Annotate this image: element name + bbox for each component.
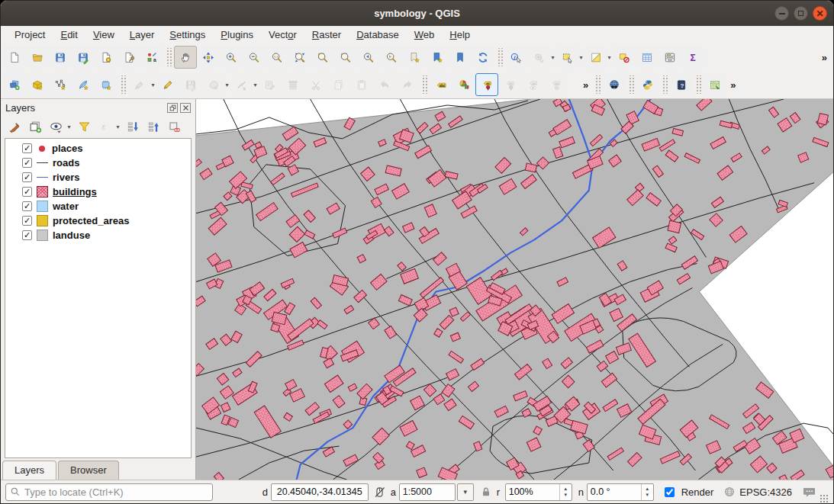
- layer-item-protected_areas[interactable]: ✓protected_areas: [5, 213, 191, 228]
- select-by-form-button[interactable]: [584, 46, 607, 69]
- scale-lock-button[interactable]: [480, 486, 492, 498]
- deselect-features-button[interactable]: [613, 46, 636, 69]
- manage-map-themes-dropdown-arrow[interactable]: ▾: [66, 124, 72, 130]
- layer-checkbox-roads[interactable]: ✓: [22, 158, 32, 168]
- layer-symbol-roads[interactable]: [37, 162, 48, 163]
- toolbar-overflow-chevron[interactable]: »: [579, 79, 592, 91]
- panel-float-button[interactable]: [167, 103, 178, 113]
- show-hidden-labels-button[interactable]: abc: [521, 73, 544, 96]
- menu-web[interactable]: Web: [407, 27, 443, 43]
- layer-checkbox-rivers[interactable]: ✓: [22, 172, 32, 182]
- menu-database[interactable]: Database: [349, 27, 407, 43]
- map-canvas[interactable]: [196, 99, 833, 480]
- layer-diagram-options-button[interactable]: [452, 73, 475, 96]
- undo-button[interactable]: [373, 73, 396, 96]
- help-contents-button[interactable]: ?: [670, 73, 693, 96]
- tab-browser[interactable]: Browser: [58, 461, 119, 480]
- new-geopackage-layer-button[interactable]: [26, 73, 49, 96]
- filter-by-expression-dropdown-arrow[interactable]: ▾: [114, 124, 121, 130]
- tab-layers[interactable]: Layers: [2, 461, 56, 480]
- new-print-layout-button[interactable]: [95, 46, 118, 69]
- copy-features-button[interactable]: [327, 73, 350, 96]
- open-attribute-table-button[interactable]: [636, 46, 659, 69]
- layer-symbol-places[interactable]: [39, 146, 45, 152]
- zoom-to-layer-button[interactable]: [334, 46, 357, 69]
- toggle-editing-button[interactable]: [156, 73, 179, 96]
- messages-button[interactable]: [802, 485, 816, 499]
- layer-name-protected_areas[interactable]: protected_areas: [53, 215, 129, 226]
- magnifier-input[interactable]: [506, 484, 559, 500]
- magnifier-spin-buttons[interactable]: ▴ ▾: [559, 484, 572, 500]
- style-manager-button[interactable]: a: [140, 46, 163, 69]
- show-layout-manager-button[interactable]: [118, 46, 140, 69]
- rotation-input[interactable]: [588, 484, 641, 500]
- coordinate-input[interactable]: [272, 484, 368, 500]
- open-project-button[interactable]: [26, 46, 49, 69]
- layer-name-water[interactable]: water: [53, 201, 79, 212]
- layer-checkbox-landuse[interactable]: ✓: [22, 230, 32, 240]
- select-features-button[interactable]: [556, 46, 579, 69]
- show-statistical-summary-button[interactable]: Σ: [681, 46, 704, 69]
- modify-attributes-selected-button[interactable]: [259, 73, 282, 96]
- zoom-next-button[interactable]: [380, 46, 403, 69]
- crs-status-button[interactable]: EPSG:4326: [723, 486, 792, 498]
- layer-item-buildings[interactable]: ✓buildings: [5, 185, 191, 199]
- highlight-pinned-labels-button[interactable]: ab: [498, 73, 521, 96]
- toolbar-overflow-chevron[interactable]: »: [726, 79, 739, 91]
- zoom-last-button[interactable]: [357, 46, 380, 69]
- layer-checkbox-water[interactable]: ✓: [22, 201, 32, 211]
- zoom-full-button[interactable]: [288, 46, 311, 69]
- layer-name-buildings[interactable]: buildings: [53, 186, 97, 197]
- zoom-out-button[interactable]: [243, 46, 266, 69]
- delete-selected-button[interactable]: [282, 73, 304, 96]
- menu-raster[interactable]: Raster: [304, 27, 349, 43]
- scale-combobox[interactable]: 1:5000: [399, 483, 456, 501]
- pan-map-button[interactable]: [174, 46, 197, 69]
- save-project-as-button[interactable]: [72, 46, 95, 69]
- filter-legend-button[interactable]: [75, 117, 93, 136]
- add-group-button[interactable]: [26, 117, 44, 136]
- layer-symbol-rivers[interactable]: [37, 177, 48, 178]
- layer-labeling-options-button[interactable]: abc: [430, 73, 452, 96]
- layer-checkbox-buildings[interactable]: ✓: [22, 187, 32, 197]
- layer-item-roads[interactable]: ✓roads: [5, 156, 191, 170]
- toolbar-overflow-chevron[interactable]: »: [818, 52, 831, 63]
- new-virtual-layer-button[interactable]: [95, 73, 118, 96]
- refresh-map-button[interactable]: [472, 46, 494, 69]
- plugin-button[interactable]: [704, 73, 726, 96]
- layer-name-roads[interactable]: roads: [53, 157, 79, 169]
- save-project-button[interactable]: [49, 46, 72, 69]
- run-feature-action-button[interactable]: [528, 46, 551, 69]
- zoom-native-button[interactable]: 1:1: [266, 46, 288, 69]
- identify-features-button[interactable]: i: [505, 46, 528, 69]
- resize-grip[interactable]: [820, 494, 829, 503]
- vertex-tool-button[interactable]: [230, 73, 253, 96]
- show-spatial-bookmarks-button[interactable]: [426, 46, 449, 69]
- layer-name-landuse[interactable]: landuse: [53, 230, 90, 241]
- open-data-source-manager-button[interactable]: [3, 73, 26, 96]
- layer-checkbox-places[interactable]: ✓: [22, 143, 32, 153]
- layer-item-landuse[interactable]: ✓landuse: [5, 228, 191, 242]
- render-checkbox[interactable]: [665, 487, 675, 497]
- layer-name-places[interactable]: places: [52, 143, 82, 154]
- save-layer-edits-button[interactable]: [179, 73, 202, 96]
- collapse-all-button[interactable]: [144, 117, 163, 136]
- remove-layer-group-button[interactable]: [165, 117, 183, 136]
- layer-item-water[interactable]: ✓water: [5, 199, 191, 213]
- layer-symbol-buildings[interactable]: [37, 186, 48, 197]
- manage-map-themes-button[interactable]: [47, 117, 65, 136]
- menu-settings[interactable]: Settings: [162, 27, 213, 43]
- layer-symbol-landuse[interactable]: [37, 230, 48, 241]
- layer-symbol-protected_areas[interactable]: [37, 215, 48, 226]
- pan-to-selection-button[interactable]: [197, 46, 220, 69]
- new-project-button[interactable]: [3, 46, 26, 69]
- menu-edit[interactable]: Edit: [53, 27, 85, 43]
- scale-dropdown-button[interactable]: ▾: [457, 483, 474, 501]
- layer-item-places[interactable]: ✓places: [5, 141, 191, 156]
- open-layer-styling-panel-button[interactable]: [5, 117, 24, 136]
- new-spatialite-layer-button[interactable]: [72, 73, 95, 96]
- locator-input[interactable]: [5, 483, 213, 501]
- paste-features-button[interactable]: [350, 73, 373, 96]
- metasearch-button[interactable]: [603, 73, 626, 96]
- new-shapefile-layer-button[interactable]: [49, 73, 72, 96]
